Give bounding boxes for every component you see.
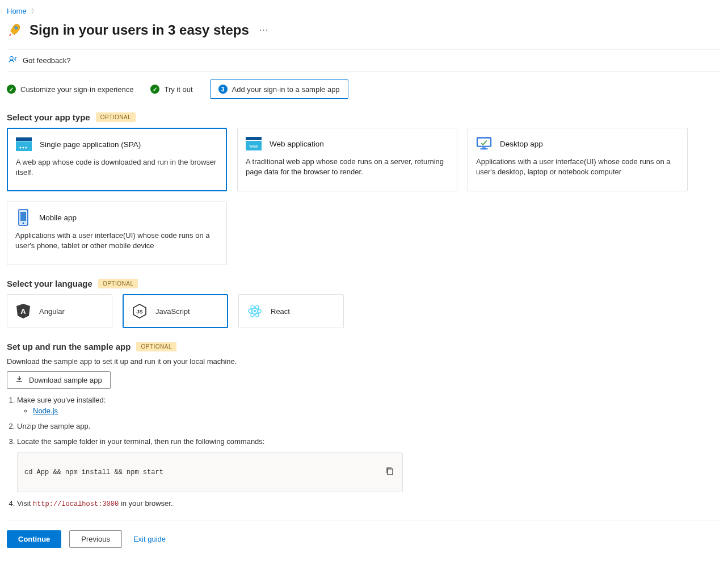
download-sample-label: Download sample app	[29, 376, 102, 384]
svg-point-4	[20, 147, 22, 149]
section-setup-header: Set up and run the sample app OPTIONAL	[7, 338, 721, 357]
card-mobile-app[interactable]: Mobile app Applications with a user inte…	[7, 202, 227, 265]
localhost-url: http://localhost:3000	[33, 500, 119, 508]
card-angular[interactable]: A Angular	[7, 294, 112, 328]
more-button[interactable]: ···	[257, 25, 271, 35]
step-add-signin[interactable]: 3 Add your sign-in to a sample app	[210, 79, 348, 99]
card-description: Applications with a user interface(UI) w…	[476, 157, 679, 177]
wizard-steps: Customize your sign-in experience Try it…	[7, 72, 721, 109]
card-title: Web application	[270, 140, 324, 148]
instruction-text: in your browser.	[119, 499, 172, 508]
card-title: Mobile app	[39, 213, 77, 222]
page-header: Sign in your users in 3 easy steps ···	[7, 22, 721, 49]
app-type-cards: Single page application (SPA) A web app …	[7, 128, 721, 275]
chevron-right-icon: 〉	[31, 7, 37, 15]
web-icon: www	[246, 136, 262, 151]
card-description: A traditional web app whose code runs on…	[246, 157, 449, 177]
instruction-text: Locate the sample folder in your termina…	[17, 437, 264, 446]
command-bar: Got feedback?	[7, 49, 721, 72]
spa-icon	[16, 137, 32, 152]
card-description: A web app whose code is downloaded and r…	[16, 157, 218, 177]
download-sample-button[interactable]: Download sample app	[7, 371, 111, 389]
svg-rect-2	[16, 137, 32, 141]
instruction-text: Make sure you've installed:	[17, 396, 106, 404]
optional-badge: OPTIONAL	[98, 279, 138, 288]
react-icon	[247, 303, 263, 319]
svg-text:JS: JS	[136, 309, 142, 315]
list-item: Make sure you've installed: Node.js	[17, 396, 721, 415]
breadcrumb: Home 〉	[7, 6, 721, 22]
card-react[interactable]: React	[238, 294, 344, 328]
optional-badge: OPTIONAL	[136, 342, 176, 351]
setup-subtext: Download the sample app to set it up and…	[7, 357, 721, 371]
instruction-text: Visit	[17, 499, 33, 508]
step-try-it-out[interactable]: Try it out	[150, 85, 192, 94]
section-title: Set up and run the sample app	[7, 342, 131, 351]
card-title: React	[271, 307, 290, 316]
svg-rect-3	[16, 141, 32, 151]
step-number-badge: 3	[218, 85, 228, 94]
svg-rect-12	[480, 148, 487, 149]
instruction-list: Make sure you've installed: Node.js Unzi…	[7, 396, 721, 508]
svg-point-6	[26, 147, 27, 149]
download-icon	[15, 375, 23, 385]
svg-point-21	[254, 310, 256, 313]
desktop-icon	[476, 136, 492, 151]
list-item: Unzip the sample app.	[17, 422, 721, 430]
card-javascript[interactable]: JS JavaScript	[123, 294, 228, 328]
mobile-icon	[15, 210, 31, 225]
card-web-application[interactable]: www Web application A traditional web ap…	[237, 128, 457, 191]
step-label: Try it out	[164, 85, 192, 94]
card-description: Applications with a user interface(UI) w…	[15, 231, 218, 250]
card-spa[interactable]: Single page application (SPA) A web app …	[7, 128, 227, 191]
wizard-footer: Continue Previous Exit guide	[7, 521, 721, 558]
svg-point-1	[10, 56, 13, 60]
section-title: Select your app type	[7, 112, 90, 122]
svg-point-15	[23, 223, 24, 224]
svg-text:www: www	[249, 144, 258, 148]
list-item: Visit http://localhost:3000 in your brow…	[17, 499, 721, 508]
svg-rect-11	[482, 148, 486, 149]
exit-guide-link[interactable]: Exit guide	[130, 535, 166, 543]
section-title: Select your language	[7, 279, 92, 288]
check-icon	[150, 85, 159, 94]
svg-point-5	[23, 147, 24, 149]
svg-rect-22	[388, 469, 393, 475]
card-title: JavaScript	[155, 307, 190, 316]
card-title: Desktop app	[500, 140, 543, 148]
list-item: Node.js	[33, 407, 721, 415]
language-cards: A Angular JS JavaScript	[7, 294, 721, 338]
svg-rect-7	[246, 137, 262, 140]
section-app-type-header: Select your app type OPTIONAL	[7, 109, 721, 128]
svg-rect-10	[477, 138, 491, 146]
previous-button[interactable]: Previous	[69, 530, 122, 548]
optional-badge: OPTIONAL	[96, 112, 136, 122]
rocket-icon	[7, 23, 22, 37]
nodejs-link[interactable]: Node.js	[33, 407, 58, 415]
card-title: Angular	[39, 307, 65, 316]
check-icon	[7, 85, 16, 94]
copy-icon	[385, 467, 394, 476]
step-label: Customize your sign-in experience	[20, 85, 133, 94]
step-customize[interactable]: Customize your sign-in experience	[7, 85, 133, 94]
list-item: Locate the sample folder in your termina…	[17, 437, 721, 492]
copy-button[interactable]	[384, 466, 395, 479]
card-desktop-app[interactable]: Desktop app Applications with a user int…	[468, 128, 688, 191]
card-title: Single page application (SPA)	[40, 140, 141, 149]
continue-button[interactable]: Continue	[7, 530, 61, 548]
svg-text:A: A	[20, 307, 26, 316]
svg-point-0	[15, 27, 18, 30]
got-feedback-button[interactable]: Got feedback?	[8, 55, 71, 66]
javascript-icon: JS	[132, 303, 148, 319]
section-language-header: Select your language OPTIONAL	[7, 275, 721, 294]
step-label: Add your sign-in to a sample app	[232, 85, 340, 94]
angular-icon: A	[15, 303, 31, 319]
page-title: Sign in your users in 3 easy steps	[30, 22, 249, 38]
code-block: cd App && npm install && npm start	[17, 453, 403, 492]
got-feedback-label: Got feedback?	[23, 56, 71, 65]
feedback-icon	[8, 55, 18, 66]
code-text: cd App && npm install && npm start	[24, 468, 163, 476]
breadcrumb-home[interactable]: Home	[7, 7, 27, 15]
svg-rect-14	[20, 212, 26, 221]
